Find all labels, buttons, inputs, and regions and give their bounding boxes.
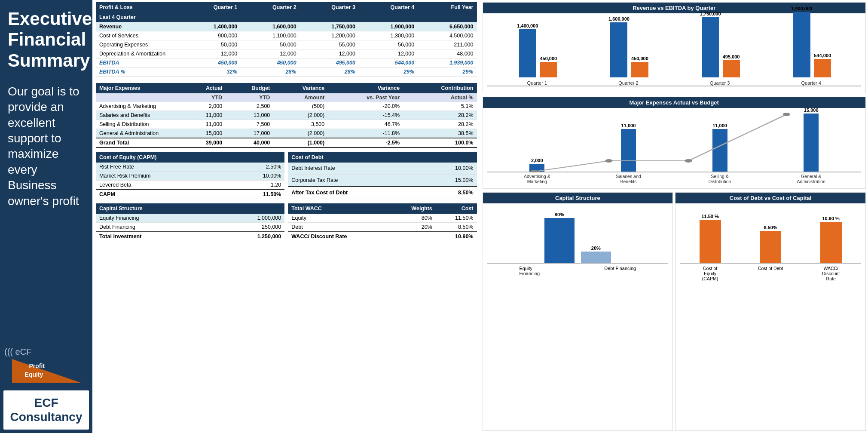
- expenses-bars-row: 2,000 11,000: [487, 112, 862, 172]
- exp-sal-actual-val: 11,000: [621, 123, 636, 128]
- exp-chart-sal: 11,000: [621, 123, 636, 172]
- pnl-row-opex-q2: 50,000: [241, 40, 300, 49]
- exp-grand-label: Grand Total: [96, 138, 182, 147]
- rev-q4-blue-rect: [793, 12, 810, 77]
- capital-bar-row: 80% 20%: [487, 208, 669, 264]
- ecf-logo: ((( eCF: [4, 347, 31, 357]
- cap-debt-rect: [581, 252, 611, 263]
- middle-content: Profit & Loss Quarter 1 Quarter 2 Quarte…: [92, 0, 480, 433]
- wacc-row1-label: Equity: [288, 214, 390, 223]
- cap-debt-label: Debt Financing: [604, 266, 636, 276]
- wacc-row2-weight: 20%: [390, 223, 436, 232]
- cost-of-debt-table: Cost of Debt Debt Interest Rate 10.00% C…: [288, 152, 477, 199]
- cap-debt-pct: 20%: [591, 246, 601, 251]
- exp-sub-label: [96, 93, 182, 102]
- pnl-row-revenue-fy: 6,650,000: [418, 22, 477, 31]
- right-charts: Revenue vs EBITDA by Quarter 1,400,000 4…: [480, 0, 868, 433]
- exp-row2-varamount: (2,000): [273, 111, 328, 120]
- pnl-row-cos-q3: 1,200,000: [300, 31, 359, 40]
- exp-chart-gen: 15,000: [804, 107, 819, 172]
- pnl-row-revenue-q1: 1,400,000: [182, 22, 241, 31]
- cap-equity-pct: 80%: [555, 212, 564, 217]
- pnl-row-ebitdapct-q2: 28%: [241, 68, 300, 77]
- rev-q1-blue-rect: [519, 29, 536, 77]
- pnl-row-ebitda-q1: 450,000: [182, 58, 241, 68]
- capm-row3-val: 1.20: [228, 181, 284, 190]
- exp-label-gen: General &Administration: [794, 174, 828, 184]
- capm-title: Cost of Equity (CAPM): [96, 152, 284, 163]
- exp-row3-label: Selling & Distribution: [96, 120, 182, 129]
- rev-q2-blue-value: 1,600,000: [608, 16, 630, 21]
- main-container: Executive Financial Summary Our goal is …: [0, 0, 868, 433]
- wacc-row1-cost: 11.50%: [436, 214, 477, 223]
- sidebar: Executive Financial Summary Our goal is …: [0, 0, 92, 433]
- rev-q3-blue-bar: 1,750,000: [700, 11, 721, 77]
- wacc-total-label: WACC/ Discount Rate: [288, 232, 390, 241]
- capstruct-total-val: 1,250,000: [212, 232, 284, 241]
- pnl-row-ebitdapct-label: EBITDA %: [96, 68, 182, 77]
- capital-bar-labels: EquityFinancing Debt Financing: [487, 266, 669, 276]
- wacc-bar-labels: Cost ofEquity(CAPM) Cost of Debt WACC/Di…: [680, 266, 861, 281]
- wacc-rate-bar: 10.90 %: [820, 216, 842, 263]
- exp-sub-ytd2: YTD: [226, 93, 273, 102]
- capstruct-row1-label: Equity Financing: [96, 214, 212, 223]
- exp-col-varpct: Variance: [328, 83, 403, 93]
- capstruct-row1-val: 1,000,000: [212, 214, 284, 223]
- debt-total-val: 8.50%: [423, 187, 477, 199]
- rev-q1-label: Quarter 1: [527, 80, 547, 86]
- ecf-waves-icon: ((( eCF: [4, 347, 31, 357]
- rev-q4-label: Quarter 4: [801, 80, 821, 86]
- capm-row3-label: Levered Beta: [96, 181, 228, 190]
- exp-col-varamount: Variance: [273, 83, 328, 93]
- capital-structure-table: Capital Structure Equity Financing 1,000…: [96, 203, 284, 241]
- exp-row2-varpct: -15.4%: [328, 111, 403, 120]
- exp-adv-actual-val: 2,000: [531, 158, 543, 163]
- capm-total-label: CAPM: [96, 190, 228, 199]
- rev-q1-blue-value: 1,400,000: [517, 23, 538, 28]
- wacc-equity-label: Cost ofEquity(CAPM): [697, 266, 723, 281]
- pnl-row-opex-q3: 55,000: [300, 40, 359, 49]
- exp-sell-actual-val: 11,000: [712, 123, 727, 128]
- wacc-rate-val: 10.90 %: [822, 216, 840, 221]
- revenue-bar-chart: 1,400,000 450,000 Quarter 1 1,6: [487, 18, 862, 86]
- exp-row4-contrib: 38.5%: [403, 129, 477, 138]
- pnl-row-cos-q1: 900,000: [182, 31, 241, 40]
- rev-q3-group: 1,750,000 495,000 Quarter 3: [700, 11, 740, 86]
- expenses-chart-title: Major Expenses Actual vs Budget: [483, 97, 866, 108]
- sidebar-logo-area: ((( eCF Profit Equity: [0, 341, 92, 387]
- pnl-row-ebitda-q3: 495,000: [300, 58, 359, 68]
- rev-q2-orange-value: 450,000: [631, 56, 648, 61]
- exp-grand-budget: 40,000: [226, 138, 273, 147]
- exp-row4-varamount: (2,000): [273, 129, 328, 138]
- rev-q3-blue-value: 1,750,000: [700, 11, 721, 16]
- debt-row1-label: Debt Interest Rate: [288, 163, 423, 174]
- rev-q2-orange-bar: 450,000: [631, 56, 648, 77]
- cap-debt-bar: 20%: [581, 246, 611, 263]
- rev-q1-group: 1,400,000 450,000 Quarter 1: [517, 23, 557, 86]
- pnl-row-ebitdapct-q1: 32%: [182, 68, 241, 77]
- pnl-row-da-q3: 12,000: [300, 49, 359, 58]
- exp-col-label: Major Expenses: [96, 83, 182, 93]
- exp-row3-varamount: 3,500: [273, 120, 328, 129]
- pnl-col-label: Profit & Loss: [96, 2, 182, 12]
- pnl-row-cos-fy: 4,500,000: [418, 31, 477, 40]
- exp-row1-contrib: 5.1%: [403, 102, 477, 111]
- wacc-rate-rect: [820, 222, 842, 263]
- capm-total-val: 11.50%: [228, 190, 284, 199]
- pnl-row-da-q1: 12,000: [182, 49, 241, 58]
- exp-row4-varpct: -11.8%: [328, 129, 403, 138]
- exp-grand-varpct: -2.5%: [328, 138, 403, 147]
- exp-col-budget: Budget: [226, 83, 273, 93]
- pnl-row-opex-q4: 56,000: [359, 40, 418, 49]
- capstruct-title: Capital Structure: [96, 203, 284, 214]
- wacc-debt-val: 8.50%: [764, 225, 777, 230]
- pnl-row-ebitda-label: EBITDA: [96, 58, 182, 68]
- pnl-row-cos-q4: 1,300,000: [359, 31, 418, 40]
- exp-row1-varamount: (500): [273, 102, 328, 111]
- rev-q4-group: 1,900,000 544,000 Quarter 4: [791, 6, 831, 86]
- wacc-col2: Weights: [390, 203, 436, 214]
- rev-q3-blue-rect: [702, 17, 719, 77]
- pnl-col-q4: Quarter 4: [359, 2, 418, 12]
- wacc-debt-label: Cost of Debt: [758, 266, 783, 281]
- wacc-total-weight: [390, 232, 436, 241]
